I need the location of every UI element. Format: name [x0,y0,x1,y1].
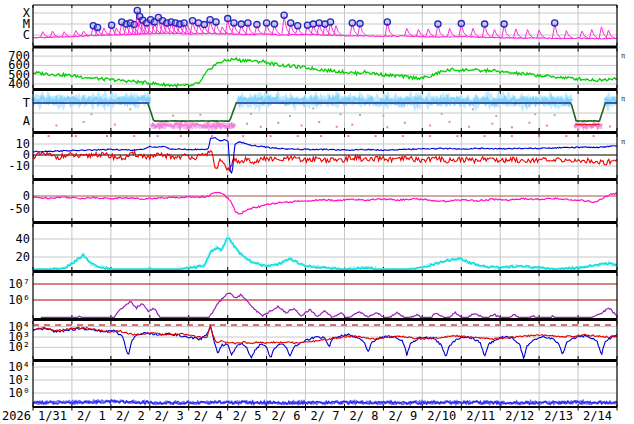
bz-red-line [33,151,617,171]
pink-specks [351,124,353,126]
panel-separator [33,131,617,134]
gray-specks [382,115,384,117]
pink-specks [491,123,493,125]
magenta-top-specks [297,135,299,137]
gray-specks [441,113,443,115]
flare-peak-marker [357,21,363,27]
flare-peak-marker [458,21,464,27]
pink-specks [528,122,530,124]
solar-activity-multipanel-chart: 2026 XMC700600500400TA100-100-50402010⁷1… [0,0,634,424]
pink-specks [83,121,85,123]
panel-separator [33,178,617,181]
pink-specks [260,126,262,128]
magenta-top-specks [227,135,229,137]
magenta-top-specks [211,135,213,137]
gray-specks [250,113,252,115]
magenta-top-specks [180,135,182,137]
gray-specks [472,108,474,110]
flare-peak-marker [231,20,237,26]
flare-peak-marker [225,16,231,22]
flare-spike [537,30,546,38]
flare-peak-marker [201,22,207,28]
magenta-top-specks [375,135,377,137]
magenta-top-specks [157,135,159,137]
flare-peak-marker [552,20,558,26]
gray-specks [554,114,556,116]
magenta-top-specks [402,135,404,137]
electron-flux-line [41,293,617,317]
flare-spike [606,30,615,38]
panel-separator [33,359,617,362]
flare-spike [114,28,123,35]
magenta-top-specks [242,135,244,137]
magenta-top-specks [593,135,595,137]
pink-specks [318,121,320,123]
flare-peak-marker [271,21,277,27]
flare-peak-marker [288,20,294,26]
pink-specks [301,125,303,127]
flare-peak-marker [384,19,390,25]
flare-peak-marker [349,20,355,26]
density-line [33,238,617,269]
flare-peak-marker [213,19,219,25]
gray-specks [495,115,497,117]
flare-peak-marker [295,23,301,29]
flare-spike [74,31,83,37]
gray-specks [172,115,174,117]
flare-peak-marker [304,22,310,28]
flare-peak-marker [254,22,260,28]
gray-specks [199,114,201,116]
pink-specks [386,126,388,128]
flare-spike [589,30,598,39]
flare-spike [492,30,501,38]
gray-specks [129,108,131,110]
pink-specks [277,122,279,124]
pink-specks [404,122,406,124]
flare-peak-marker [435,21,441,27]
magenta-top-specks [429,135,431,137]
pink-specks [609,125,611,127]
panel-separator [33,270,617,273]
magenta-top-specks [484,135,486,137]
flare-peak-marker [238,21,244,27]
magenta-top-specks [106,135,108,137]
flare-peak-marker [327,19,333,25]
pink-specks [246,123,248,125]
magenta-top-specks [48,135,50,137]
flare-peak-marker [310,21,316,27]
magenta-top-specks [538,135,540,137]
magenta-top-specks [456,135,458,137]
flare-spike [513,29,522,38]
gray-specks [312,107,314,109]
gray-specks [90,113,92,115]
panel-separator [33,318,617,321]
flare-peak-marker [482,21,488,27]
magenta-top-specks [347,135,349,137]
magenta-top-specks [565,135,567,137]
flare-spike [525,30,534,39]
panel-separator [33,88,617,91]
gray-specks [534,113,536,115]
flare-peak-marker [264,20,270,26]
gray-specks [359,114,361,116]
panel-separator [33,221,617,224]
flare-peak-marker [501,21,507,27]
pink-specks [429,125,431,127]
pink-specks [468,126,470,128]
magenta-top-specks [320,135,322,137]
magenta-top-specks [133,135,135,137]
flare-peak-marker [95,24,101,30]
panel-separator [33,46,617,49]
magenta-top-specks [511,135,513,137]
pink-specks [114,124,116,126]
flare-peak-marker [181,20,187,26]
flare-spike [564,31,573,39]
pink-specks [546,125,548,127]
flare-peak-marker [316,20,322,26]
flare-spike [426,29,435,37]
flare-spike [447,28,456,36]
flare-peak-marker [109,22,115,28]
pink-specks [55,125,57,127]
pink-specks [336,126,338,128]
flare-peak-marker [134,7,140,13]
